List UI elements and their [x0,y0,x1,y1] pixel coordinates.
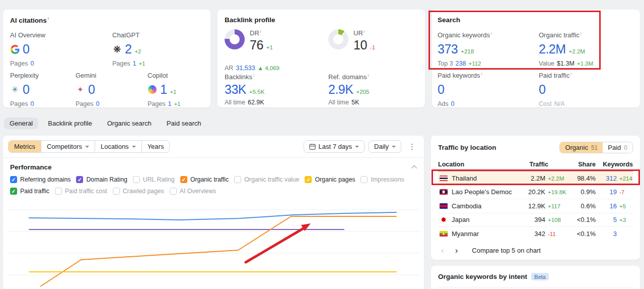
metric-checkbox-organic-traffic[interactable]: Organic traffic [180,176,229,183]
metric-checkbox-crawled-pages[interactable]: Crawled pages [113,188,164,195]
metric-dr: DRi 76 +1 [225,29,273,52]
checkbox-icon[interactable] [180,176,187,183]
compare-top5-label[interactable]: Compare top 5 on chart [472,247,541,254]
location-row-japan[interactable]: Japan 394+108 <0.1% 5+3 [438,213,633,227]
pages-value[interactable]: 0 [96,100,99,107]
column-share[interactable]: Share [568,161,596,168]
tab-paid-search[interactable]: Paid search [161,118,207,129]
checkbox-icon[interactable] [10,188,17,195]
metric-value[interactable]: 0 [23,82,29,97]
checkbox-icon[interactable] [55,188,62,195]
years-button[interactable]: Years [141,141,170,152]
metric-checkbox-paid-traffic-cost[interactable]: Paid traffic cost [55,188,107,195]
metric-paid-keywords: Paid keywordsi 0 Ads0 [438,72,482,107]
checkbox-icon[interactable] [361,176,368,183]
metric-value[interactable]: 373 [438,42,458,56]
pages-value[interactable]: 0 [30,100,34,107]
metric-value[interactable]: 33K [225,82,246,97]
checkbox-icon[interactable] [170,188,177,195]
info-icon[interactable]: i [368,73,369,78]
sub-value[interactable]: 238 [456,60,466,67]
metrics-button[interactable]: Metrics [9,141,41,152]
ar-delta: ▲ 4,069 [258,65,279,71]
metric-checkbox-organic-pages[interactable]: Organic pages [305,176,355,183]
checkbox-icon[interactable] [234,176,241,183]
metric-value[interactable]: 2.2M [539,42,566,56]
location-name: Myanmar [452,230,512,238]
keywords-link[interactable]: 5 [596,216,617,223]
sub-label: Top 3 [438,60,453,67]
flag-japan-icon [440,217,448,222]
info-icon[interactable]: i [364,29,365,34]
next-page-icon[interactable]: › [452,246,461,255]
date-range-dropdown[interactable]: Last 7 days [304,140,365,153]
keywords-link[interactable]: 19 [596,188,617,196]
column-traffic[interactable]: Traffic [512,161,568,168]
location-name: Japan [452,216,512,223]
sub-value[interactable]: 0 [451,100,455,107]
tab-backlink-profile[interactable]: Backlink profile [42,118,97,129]
metric-checkbox-referring-domains[interactable]: Referring domains [10,176,70,183]
metric-value: 76 [250,38,263,52]
location-row-myanmar[interactable]: Myanmar 342-11 <0.1% 3 [438,227,633,241]
sub-delta: +1.3M [577,61,593,67]
toggle-paid[interactable]: Paid0 [603,142,632,153]
metric-checkbox-impressions[interactable]: Impressions [361,176,404,183]
checkbox-icon[interactable] [113,188,120,195]
metric-checkbox-domain-rating[interactable]: Domain Rating [76,176,127,183]
metric-checkbox-ai-overviews[interactable]: AI Overviews [170,188,216,195]
metric-value[interactable]: 1 [160,82,167,97]
collapse-chevron-icon[interactable] [411,165,417,170]
metric-delta: +205 [356,89,369,95]
info-icon[interactable]: i [48,16,49,21]
info-icon[interactable]: i [253,73,254,78]
metric-checkbox-organic-traffic-value[interactable]: Organic traffic value [234,176,299,183]
metric-value[interactable]: 0 [88,82,95,97]
performance-line-chart[interactable] [3,197,424,286]
sub-value: $1.3M [557,60,575,67]
location-row-cambodia[interactable]: Cambodia 12.9K+117 0.6% 16+5 [438,199,633,213]
date-range-label: Last 7 days [319,143,352,150]
metric-value[interactable]: 0 [23,42,29,56]
checkbox-icon[interactable] [133,176,140,183]
pages-value[interactable]: 0 [30,60,34,67]
keywords-by-intent-card: Organic keywords by intent Beta [431,266,640,289]
ar-value[interactable]: 31,533 [236,65,255,72]
location-row-laos[interactable]: Lao People's Democratic Reput 20.2K+19.8… [438,186,633,200]
chart-controls: Metrics Competitors Locations Years Last… [3,136,424,158]
keywords-link[interactable]: 16 [596,202,617,210]
metric-label: Copilot [148,72,181,79]
keywords-link[interactable]: 3 [596,230,617,238]
prev-page-icon[interactable]: ‹ [438,246,447,255]
metric-checkbox-url-rating[interactable]: URL Rating [133,176,175,183]
column-location[interactable]: Location [438,161,512,168]
toggle-organic[interactable]: Organic51 [560,142,603,153]
pages-value[interactable]: 1 [168,100,171,107]
metric-value[interactable]: 2.9K [328,82,353,97]
pages-value[interactable]: 1 [132,60,136,67]
tab-general[interactable]: General [4,118,38,129]
metric-value[interactable]: 0 [539,82,545,97]
competitors-dropdown[interactable]: Competitors [41,141,95,152]
metric-value[interactable]: 0 [438,82,444,97]
metric-checkbox-paid-traffic[interactable]: Paid traffic [10,188,49,195]
column-keywords[interactable]: Keywords [596,161,633,168]
info-icon[interactable]: i [260,29,261,34]
ai-citations-card: AI citationsi AI Overview 0 Pages0 ChatG… [3,10,210,107]
tab-organic-search[interactable]: Organic search [102,118,157,129]
checkbox-label: Paid traffic cost [65,188,107,195]
keywords-link[interactable]: 312 [596,175,617,182]
locations-dropdown[interactable]: Locations [95,141,141,152]
metric-value[interactable]: 2 [125,42,131,56]
more-options-menu[interactable]: ⋮ [405,142,419,151]
info-icon[interactable]: i [491,31,492,36]
granularity-dropdown[interactable]: Daily [369,140,401,153]
info-icon[interactable]: i [481,72,482,76]
info-icon[interactable]: i [581,31,582,36]
location-row-thailand[interactable]: Thailand 2.2M+2.2M 98.4% 312+214 [438,171,633,186]
info-icon[interactable]: i [570,72,571,76]
checkbox-icon[interactable] [305,176,312,183]
metric-delta: +1 [170,89,176,95]
checkbox-icon[interactable] [76,176,83,183]
checkbox-icon[interactable] [10,176,17,183]
